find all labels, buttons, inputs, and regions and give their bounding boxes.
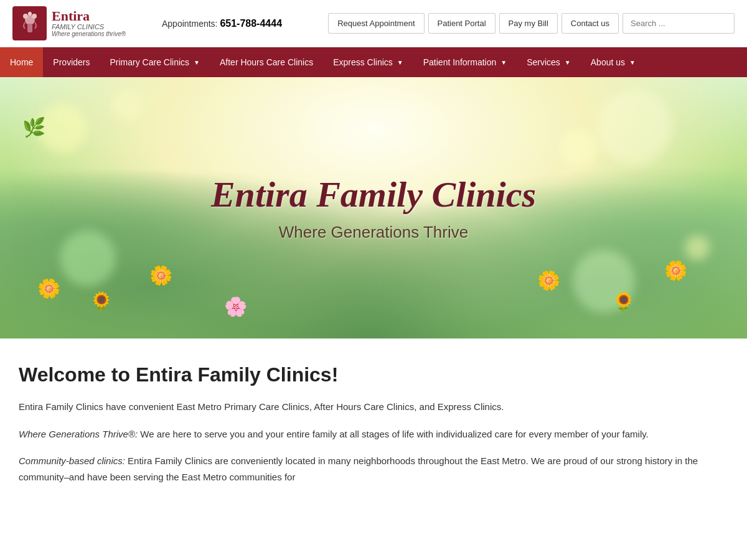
flower-2: 🌻 — [90, 291, 113, 312]
logo-text: Entira FAMILY CLINICS Where generations … — [52, 9, 126, 37]
appointments-phone: 651-788-4444 — [220, 18, 282, 29]
request-appointment-button[interactable]: Request Appointment — [328, 13, 424, 34]
paragraph3-lead: Community-based clinics: — [19, 455, 125, 466]
nav-item-patient-info[interactable]: Patient Information ▼ — [413, 47, 517, 77]
express-clinics-chevron-icon: ▼ — [397, 59, 403, 66]
patient-portal-button[interactable]: Patient Portal — [428, 13, 496, 34]
logo[interactable]: Entira FAMILY CLINICS Where generations … — [12, 6, 137, 40]
logo-tagline: Where generations thrive® — [52, 30, 126, 37]
bokeh-5 — [60, 230, 116, 286]
logo-brand: Entira — [52, 9, 126, 23]
nav-item-express-clinics[interactable]: Express Clinics ▼ — [323, 47, 413, 77]
logo-icon — [12, 6, 47, 40]
flower-4: 🌸 — [224, 296, 247, 317]
welcome-title: Welcome to Entira Family Clinics! — [19, 363, 728, 386]
nav-item-after-hours[interactable]: After Hours Care Clinics — [210, 47, 323, 77]
flower-5: 🌼 — [537, 269, 560, 291]
appointments-label: Appointments: — [162, 19, 218, 29]
content-paragraph-2: Where Generations Thrive®: We are here t… — [19, 426, 728, 442]
content-paragraph-3: Community-based clinics: Entira Family C… — [19, 453, 728, 485]
site-header: Entira FAMILY CLINICS Where generations … — [0, 0, 747, 47]
flower-7: 🌼 — [664, 259, 687, 281]
hero-title: Entira Family Clinics — [211, 174, 536, 215]
nav-item-primary-care[interactable]: Primary Care Clinics ▼ — [100, 47, 210, 77]
svg-point-3 — [32, 14, 37, 19]
svg-point-4 — [28, 12, 32, 16]
flower-3: 🌼 — [149, 264, 172, 286]
hero-banner: 🌼 🌻 🌼 🌸 🌼 🌻 🌼 🌿 Entira Family Clinics Wh… — [0, 77, 747, 338]
flower-8: 🌿 — [22, 116, 45, 138]
hero-subtitle: Where Generations Thrive — [211, 223, 536, 242]
bokeh-4 — [560, 129, 598, 167]
main-content: Welcome to Entira Family Clinics! Entira… — [0, 338, 747, 521]
paragraph2-text: We are here to serve you and your entire… — [138, 429, 649, 439]
nav-item-home[interactable]: Home — [0, 47, 43, 77]
appointments: Appointments: 651-788-4444 — [162, 18, 282, 29]
contact-us-button[interactable]: Contact us — [561, 13, 619, 34]
header-actions: Request Appointment Patient Portal Pay m… — [328, 13, 735, 34]
patient-info-chevron-icon: ▼ — [500, 59, 507, 66]
bokeh-3 — [598, 90, 672, 165]
nav-item-services[interactable]: Services ▼ — [517, 47, 581, 77]
services-chevron-icon: ▼ — [565, 59, 571, 66]
content-paragraph-1: Entira Family Clinics have convenient Ea… — [19, 399, 728, 415]
flower-1: 🌼 — [37, 278, 60, 299]
nav-item-about-us[interactable]: About us ▼ — [581, 47, 646, 77]
bokeh-2 — [112, 90, 143, 121]
logo-sub: FAMILY CLINICS — [52, 23, 126, 30]
about-us-chevron-icon: ▼ — [629, 59, 636, 66]
primary-care-chevron-icon: ▼ — [194, 59, 200, 66]
main-nav: Home Providers Primary Care Clinics ▼ Af… — [0, 47, 747, 77]
nav-item-providers[interactable]: Providers — [43, 47, 100, 77]
svg-rect-1 — [27, 24, 32, 32]
paragraph2-lead: Where Generations Thrive®: — [19, 429, 138, 439]
pay-bill-button[interactable]: Pay my Bill — [499, 13, 558, 34]
hero-content: Entira Family Clinics Where Generations … — [211, 174, 536, 242]
search-input[interactable] — [622, 13, 735, 34]
flower-6: 🌻 — [612, 291, 635, 312]
bokeh-6 — [685, 235, 710, 260]
svg-point-2 — [23, 14, 28, 19]
